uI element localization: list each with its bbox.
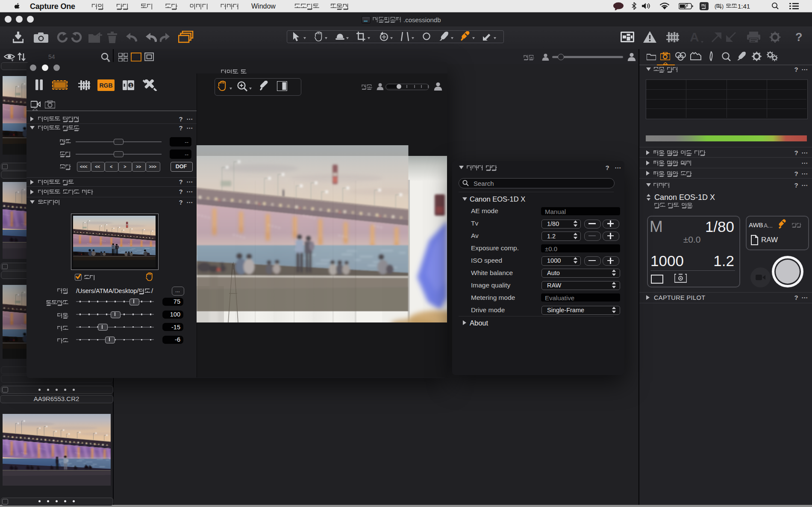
svg-text:): ) (722, 4, 724, 10)
svg-text:(: ( (715, 4, 717, 10)
svg-text:1: 1 (129, 83, 132, 88)
